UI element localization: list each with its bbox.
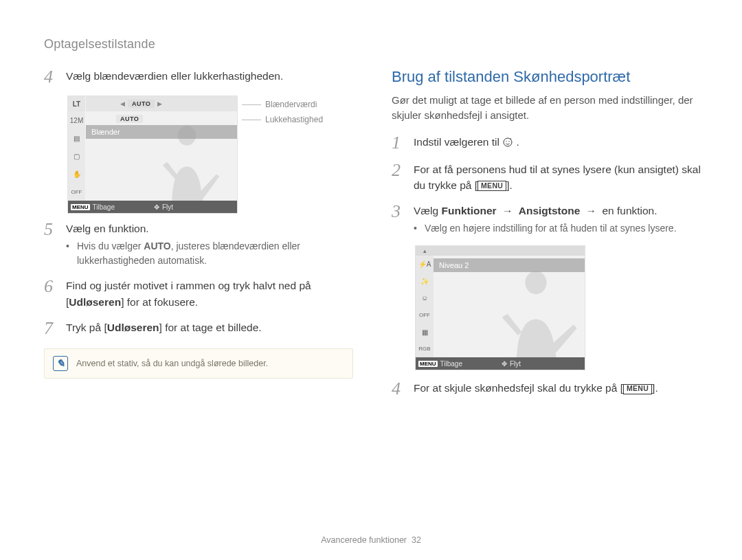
lcd-callouts: Blænderværdi Lukkehastighed xyxy=(242,94,323,126)
callout-line xyxy=(242,120,261,120)
face-detect-icon: ☺ xyxy=(416,290,434,307)
lcd-res-icon: 12M xyxy=(68,111,85,129)
nav-icon: ✥ xyxy=(154,203,159,211)
bullet-prefix: Hvis du vælger xyxy=(77,240,144,251)
two-column-layout: 4 Vælg blændeværdien eller lukkerhastigh… xyxy=(44,68,704,407)
step-number: 1 xyxy=(392,134,407,152)
camera-lcd-wrap: LT ◀ AUTO ▶ xyxy=(44,96,353,214)
r4-a: For at skjule skønhedsfejl skal du trykk… xyxy=(414,382,623,394)
r3-bullet-text: Vælg en højere indstilling for at få hud… xyxy=(425,221,677,236)
step-text: Find og justér motivet i rammen og tryk … xyxy=(66,278,353,310)
step-text: Vælg blændeværdien eller lukkerhastighed… xyxy=(66,68,353,86)
person-silhouette-icon xyxy=(149,118,225,201)
lcd2-left-icons: ⚡A ✨ ☺ OFF ▦ RGB xyxy=(416,256,434,357)
step-text: Vælg Funktioner → Ansigtstone → en funkt… xyxy=(414,203,704,236)
svg-point-2 xyxy=(509,141,510,142)
grid-icon: ▦ xyxy=(416,324,434,341)
lcd-auto-1: AUTO xyxy=(128,100,155,108)
section-lead: Gør det muligt at tage et billede af en … xyxy=(392,93,704,123)
step-number: 4 xyxy=(392,380,407,398)
step6-b: ] for at fokusere. xyxy=(121,296,198,308)
menu-badge-icon: MENU xyxy=(71,204,90,210)
lcd-stabilizer-icon: ✋ xyxy=(68,165,85,183)
callout-shutter: Lukkehastighed xyxy=(265,115,323,124)
note-text: Anvend et stativ, så du kan undgå sløred… xyxy=(76,359,268,368)
lcd-body: 12M ▤ ▢ ✋ OFF AUTO Blænder xyxy=(68,111,237,201)
bullet-dot: • xyxy=(66,239,71,268)
r1-a: Indstil vælgeren til xyxy=(414,136,502,148)
r-step-4: 4 For at skjule skønhedsfejl skal du try… xyxy=(392,380,704,398)
step7-bold: Udløseren xyxy=(107,322,159,333)
left-column: 4 Vælg blændeværdien eller lukkerhastigh… xyxy=(44,68,353,407)
lcd-off-icon: OFF xyxy=(68,183,85,201)
lcd-left-icons: 12M ▤ ▢ ✋ OFF xyxy=(68,111,86,201)
r2-b: ]. xyxy=(506,179,513,191)
r-step-1: 1 Indstil vælgeren til . xyxy=(392,134,704,152)
lcd-bottom-bar: MENU Tilbage ✥ Flyt xyxy=(68,201,237,213)
lcd2-bottom-bar: MENU Tilbage ✥ Flyt xyxy=(416,357,585,370)
menu-badge-icon: MENU xyxy=(418,361,438,367)
step-text: Vælg en funktion. • Hvis du vælger AUTO,… xyxy=(66,221,353,268)
off-icon: OFF xyxy=(416,306,434,324)
camera-lcd-aperture: LT ◀ AUTO ▶ xyxy=(67,96,238,214)
note-icon: ✎ xyxy=(53,356,68,371)
step6-bold: Udløseren xyxy=(69,296,121,308)
camera-lcd-beauty: ▴ ⚡A ✨ ☺ OFF ▦ RGB Niveau 2 xyxy=(415,245,585,370)
lcd-quality-icon: ▤ xyxy=(68,129,85,147)
arrow-icon: → xyxy=(499,203,516,219)
step-text: For at skjule skønhedsfejl skal du trykk… xyxy=(414,380,704,398)
tip-note-box: ✎ Anvend et stativ, så du kan undgå slør… xyxy=(44,348,353,379)
r-step-3: 3 Vælg Funktioner → Ansigtstone → en fun… xyxy=(392,203,704,236)
footer-page-number: 32 xyxy=(412,535,421,545)
lcd2-body: ⚡A ✨ ☺ OFF ▦ RGB Niveau 2 xyxy=(416,256,585,357)
left-arrow-icon: ◀ xyxy=(120,100,125,107)
callout-aperture: Blænderværdi xyxy=(265,100,317,109)
r3-b1: Funktioner xyxy=(442,205,497,216)
step-7: 7 Tryk på [Udløseren] for at tage et bil… xyxy=(44,320,353,337)
step5-bullet: • Hvis du vælger AUTO, justeres blændevæ… xyxy=(66,239,353,268)
svg-point-0 xyxy=(504,138,512,146)
bullet-bold: AUTO xyxy=(144,240,170,251)
face-retouch-icon: ✨ xyxy=(416,273,434,290)
manual-page: Optagelsestilstande 4 Vælg blændeværdien… xyxy=(0,0,742,560)
lcd2-top: ▴ xyxy=(416,246,585,256)
bullet-dot: • xyxy=(414,221,419,236)
callout-line xyxy=(242,104,261,105)
r3-a: Vælg xyxy=(414,205,442,216)
step-text: Tryk på [Udløseren] for at tage et bille… xyxy=(66,320,353,337)
step-number: 2 xyxy=(392,161,407,194)
step-text: Indstil vælgeren til . xyxy=(414,134,704,152)
lcd-auto-2: AUTO xyxy=(116,115,143,123)
step-number: 6 xyxy=(44,278,59,310)
step5-text: Vælg en funktion. xyxy=(66,223,149,234)
beauty-mode-icon xyxy=(502,137,513,148)
step-number: 3 xyxy=(392,203,407,236)
right-arrow-icon: ▶ xyxy=(157,100,162,107)
lcd-top-value-area: ◀ AUTO ▶ xyxy=(86,96,237,111)
r3-b2: Ansigtstone xyxy=(519,205,581,216)
menu-keycap-icon: MENU xyxy=(477,181,506,191)
step-number: 7 xyxy=(44,320,59,337)
right-column: Brug af tilstanden Skønhedsportræt Gør d… xyxy=(392,68,704,407)
lcd2-preview: Niveau 2 xyxy=(434,256,585,357)
lcd-mode-lt: LT xyxy=(68,96,86,111)
menu-keycap-icon: MENU xyxy=(623,384,652,394)
lcd-back-label: Tilbage xyxy=(93,203,115,211)
nav-icon: ✥ xyxy=(502,360,507,368)
r2-a: For at få personens hud til at synes lys… xyxy=(414,164,701,191)
lcd-top-bar: LT ◀ AUTO ▶ xyxy=(68,96,237,111)
lcd-auto-row-1: ◀ AUTO ▶ xyxy=(120,100,162,108)
arrow-icon: → xyxy=(583,203,600,219)
lcd2-back-label: Tilbage xyxy=(440,360,462,368)
step-6: 6 Find og justér motivet i rammen og try… xyxy=(44,278,353,310)
up-arrow-icon: ▴ xyxy=(416,246,434,256)
breadcrumb: Optagelsestilstande xyxy=(44,37,704,52)
r4-b: ]. xyxy=(652,382,658,394)
step-5: 5 Vælg en funktion. • Hvis du vælger AUT… xyxy=(44,221,353,268)
svg-point-1 xyxy=(506,141,507,142)
r-step-2: 2 For at få personens hud til at synes l… xyxy=(392,161,704,194)
lcd-preview: AUTO Blænder xyxy=(86,111,237,201)
r3-bullet: • Vælg en højere indstilling for at få h… xyxy=(414,221,704,236)
flash-icon: ⚡A xyxy=(416,256,434,273)
section-title: Brug af tilstanden Skønhedsportræt xyxy=(392,68,704,86)
